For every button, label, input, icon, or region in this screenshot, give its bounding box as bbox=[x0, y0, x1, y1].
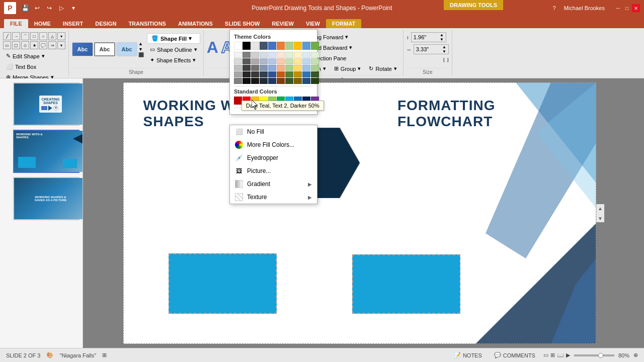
rounded-rect[interactable]: ▢ bbox=[12, 41, 20, 49]
tab-view[interactable]: VIEW bbox=[300, 19, 326, 28]
shape-outline-button[interactable]: ▭ Shape Outline ▾ bbox=[147, 45, 200, 54]
shape-swatch-3[interactable]: Abc bbox=[116, 42, 137, 56]
width-increment[interactable]: ▲ bbox=[442, 45, 446, 49]
more-shapes[interactable]: ▾ bbox=[57, 32, 65, 40]
wordart-more[interactable]: ⬛ bbox=[236, 51, 242, 56]
text-outline-button[interactable]: A Text Outline ▾ bbox=[247, 43, 292, 52]
undo-button[interactable]: ↩ bbox=[32, 3, 42, 13]
text-box-button[interactable]: ⬜ Text Box bbox=[3, 62, 65, 71]
slide-canvas[interactable]: Working With & Shapes Formatting Flowcha… bbox=[123, 82, 596, 344]
quick-access-toolbar: 💾 ↩ ↪ ▷ ▾ bbox=[20, 3, 78, 13]
tab-transitions[interactable]: TRANSITIONS bbox=[122, 19, 172, 28]
swatch-nav: ▲ ▼ ⬛ bbox=[138, 41, 144, 57]
shape-swatch-1[interactable]: Abc bbox=[72, 42, 93, 56]
diamond-shape[interactable]: ◇ bbox=[21, 41, 29, 49]
fit-slide-button[interactable]: ⊞ bbox=[102, 352, 107, 358]
more-fill-colors-item[interactable]: More Fill Colors... bbox=[230, 138, 317, 151]
callout-shape[interactable]: 💬 bbox=[39, 41, 47, 49]
tab-format[interactable]: FORMAT bbox=[326, 19, 361, 28]
comments-button[interactable]: 💬 COMMENTS bbox=[490, 351, 539, 359]
maximize-button[interactable]: □ bbox=[623, 4, 631, 12]
line-shape[interactable]: ╱ bbox=[3, 32, 11, 40]
height-icon: ↕ bbox=[407, 35, 409, 40]
slide-thumb-3[interactable]: WORKING SHAPES & SAVED AS A PICTURE bbox=[13, 177, 79, 220]
send-backward-button[interactable]: ⬇ Send Backward ▾ bbox=[299, 43, 399, 52]
blue-rectangle-2[interactable] bbox=[352, 254, 460, 314]
help-button[interactable]: ? bbox=[550, 4, 559, 12]
rotate-button[interactable]: ↻ Rotate ▾ bbox=[366, 64, 399, 73]
zoom-slider[interactable] bbox=[574, 354, 614, 356]
wordart-down[interactable]: ▼ bbox=[236, 45, 242, 50]
notes-button[interactable]: 📝 NOTES bbox=[450, 351, 486, 359]
main-area: 1 CREATING SHAPES ✕ 2 bbox=[0, 78, 644, 348]
close-button[interactable]: ✕ bbox=[632, 4, 640, 12]
shape-swatch-2[interactable]: Abc bbox=[94, 42, 115, 56]
size-expand-button[interactable]: ⌊ ⌋ bbox=[443, 57, 449, 62]
slide-sorter-button[interactable]: ⊞ bbox=[550, 352, 555, 358]
eyedropper-item[interactable]: 💉 Eyedropper bbox=[230, 151, 317, 164]
more-shapes2[interactable]: ▾ bbox=[57, 41, 65, 49]
gradient-item[interactable]: Gradient ▶ bbox=[230, 177, 317, 191]
shape-fill-button[interactable]: 🪣 Shape Fill ▾ bbox=[147, 33, 200, 44]
tab-insert[interactable]: INSERT bbox=[57, 19, 89, 28]
scroll-down-button[interactable]: ▼ bbox=[596, 214, 604, 222]
swatch-down[interactable]: ▼ bbox=[138, 47, 144, 52]
text-effects-button[interactable]: A Text Effects ▾ bbox=[247, 53, 292, 63]
slide-thumb-2[interactable]: Working with &Shapes bbox=[13, 130, 79, 173]
height-decrement[interactable]: ▼ bbox=[440, 37, 444, 42]
ribbon-tabs: FILE HOME INSERT DESIGN TRANSITIONS ANIM… bbox=[0, 16, 644, 28]
height-increment[interactable]: ▲ bbox=[440, 33, 444, 37]
blue-rectangle-1[interactable] bbox=[169, 253, 277, 314]
shape-effects-button[interactable]: ✦ Shape Effects ▾ bbox=[147, 55, 200, 65]
redo-button[interactable]: ↪ bbox=[44, 3, 54, 13]
width-decrement[interactable]: ▼ bbox=[442, 49, 446, 54]
rectangle-shape[interactable]: □ bbox=[30, 32, 38, 40]
text-fill-button[interactable]: A Text Fill ▾ bbox=[247, 32, 292, 42]
arrow-shape[interactable]: → bbox=[12, 32, 20, 40]
height-input[interactable]: 1.96" ▲ ▼ bbox=[411, 32, 446, 42]
tab-file[interactable]: FILE bbox=[4, 19, 28, 28]
swatch-up[interactable]: ▲ bbox=[138, 41, 144, 46]
fit-window-button[interactable]: ⊕ bbox=[633, 352, 638, 358]
wordart-a-filled[interactable]: A bbox=[207, 38, 218, 57]
reading-view-button[interactable]: 📖 bbox=[557, 352, 564, 358]
minimize-button[interactable]: ─ bbox=[614, 4, 622, 12]
tab-review[interactable]: REVIEW bbox=[266, 19, 299, 28]
shape-effects-icon: ✦ bbox=[150, 57, 154, 63]
group-button[interactable]: ⊞ Group ▾ bbox=[331, 64, 364, 73]
align-button[interactable]: ⊟ Align ▾ bbox=[299, 64, 329, 73]
picture-item[interactable]: 🖼 Picture... bbox=[230, 164, 317, 177]
zoom-thumb[interactable] bbox=[598, 353, 603, 358]
star-shape[interactable]: ★ bbox=[30, 41, 38, 49]
tab-animations[interactable]: ANIMATIONS bbox=[172, 19, 219, 28]
triangle-shape[interactable]: △ bbox=[48, 32, 56, 40]
customize-qat-button[interactable]: ▾ bbox=[68, 3, 78, 13]
arrow2-shape[interactable]: ⇒ bbox=[48, 41, 56, 49]
present-button[interactable]: ▷ bbox=[56, 3, 66, 13]
rect2-shape[interactable]: ▭ bbox=[3, 41, 11, 49]
no-fill-item[interactable]: ⬜ No Fill bbox=[230, 125, 317, 138]
swatch-more[interactable]: ⬛ bbox=[138, 52, 144, 57]
bring-forward-button[interactable]: ⬆ Bring Forward ▾ bbox=[299, 32, 399, 42]
selection-pane-button[interactable]: ☰ Selection Pane bbox=[299, 53, 399, 63]
tab-slideshow[interactable]: SLIDE SHOW bbox=[219, 19, 266, 28]
shape-styles-content: Abc Abc Abc ▲ ▼ ⬛ 🪣 Shape Fill ▾ ▭ Shape… bbox=[72, 31, 200, 67]
normal-view-button[interactable]: ▭ bbox=[543, 352, 548, 358]
dropdown-menu[interactable]: ⬜ No Fill More Fill Colors... 💉 Eyedropp… bbox=[229, 125, 317, 204]
rotate-icon: ↻ bbox=[369, 65, 373, 72]
slide-thumb-1[interactable]: CREATING SHAPES ✕ bbox=[13, 82, 79, 126]
tab-design[interactable]: DESIGN bbox=[89, 19, 122, 28]
wordart-a-outline[interactable]: A bbox=[221, 38, 233, 57]
wordart-up[interactable]: ▲ bbox=[236, 40, 242, 45]
save-button[interactable]: 💾 bbox=[20, 3, 30, 13]
tab-home[interactable]: HOME bbox=[28, 19, 57, 28]
app-logo: P bbox=[4, 2, 16, 14]
texture-item[interactable]: Texture ▶ bbox=[230, 191, 317, 204]
scroll-up-button[interactable]: ▲ bbox=[596, 204, 604, 212]
edit-shape-button[interactable]: ✎ Edit Shape ▾ bbox=[3, 51, 48, 61]
connector-shape[interactable]: ⌒ bbox=[21, 32, 29, 40]
circle-shape[interactable]: ○ bbox=[39, 32, 47, 40]
slideshow-button[interactable]: ▶ bbox=[566, 352, 570, 358]
slide-count: SLIDE 2 OF 3 bbox=[6, 352, 40, 358]
width-input[interactable]: 3.33" ▲ ▼ bbox=[414, 44, 449, 54]
